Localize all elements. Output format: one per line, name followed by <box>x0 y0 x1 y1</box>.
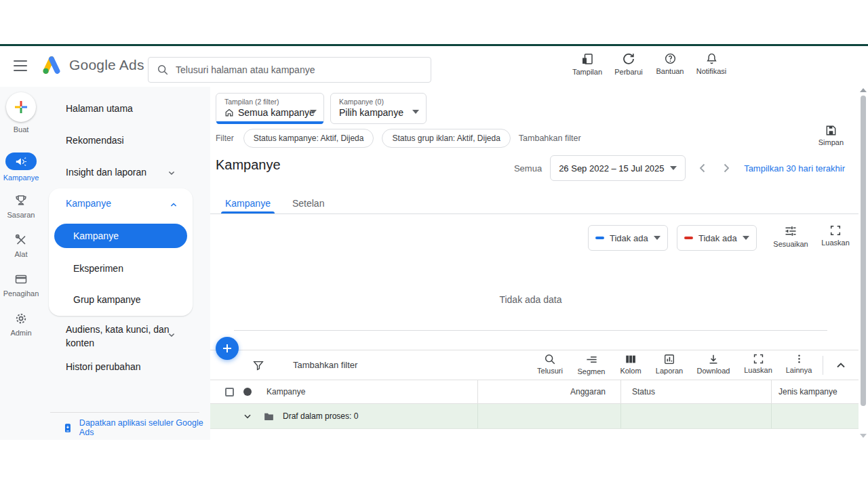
row-label-draft: Draf dalam proses: 0 <box>283 411 358 421</box>
view-button[interactable]: Tampilan <box>568 52 606 76</box>
top-bar: Google Ads Tampilan Perbarui <box>0 46 868 87</box>
segment-icon <box>585 353 598 366</box>
filter-chip-status-grup-iklan[interactable]: Status grup iklan: Aktif, Dijeda <box>382 129 510 148</box>
sidebar-item-eksperimen[interactable]: Eksperimen <box>73 262 123 275</box>
rail-pill <box>5 152 37 170</box>
help-button[interactable]: Bantuan <box>651 52 689 76</box>
column-kampanye[interactable]: Kampanye <box>267 387 305 396</box>
filter-funnel-icon[interactable] <box>252 359 264 371</box>
date-range-value: 26 Sep 2022 – 15 Jul 2025 <box>559 163 664 174</box>
table-columns-button[interactable]: Kolom <box>615 353 646 375</box>
scroll-down-arrow[interactable] <box>860 434 867 438</box>
tab-setelan[interactable]: Setelan <box>283 193 334 214</box>
metric-2-swatch <box>684 237 693 239</box>
chevron-down-icon[interactable] <box>241 410 254 422</box>
nav-rail: Buat Kampanye <box>0 87 42 440</box>
sidebar-item-audiens[interactable]: Audiens, kata kunci, dan konten <box>66 323 182 350</box>
table-expand-button[interactable]: Luaskan <box>740 353 776 375</box>
table-header-row: Kampanye Anggaran Status Jenis kampanye <box>210 380 859 404</box>
brand: Google Ads <box>41 56 144 75</box>
table-segment-button[interactable]: Segmen <box>573 353 610 375</box>
show-last-30-days-link[interactable]: Tampilkan 30 hari terakhir <box>744 163 845 174</box>
expand-chart-label: Luaskan <box>821 239 850 247</box>
campaign-scope-dropdown[interactable]: Kampanye (0) Pilih kampanye <box>330 93 427 124</box>
sidebar-group-kampanye[interactable]: Kampanye <box>66 198 111 209</box>
column-anggaran[interactable]: Anggaran <box>570 387 606 396</box>
table-download-button[interactable]: Download <box>692 353 734 375</box>
caret-down-icon <box>654 236 660 240</box>
tune-icon <box>784 224 797 238</box>
add-campaign-fab[interactable] <box>216 337 239 360</box>
sidebar-item-grup-kampanye[interactable]: Grup kampanye <box>73 293 141 306</box>
create-button[interactable]: Buat <box>0 92 42 134</box>
search-input[interactable] <box>176 64 422 75</box>
tab-bar: Kampanye Setelan <box>210 193 859 214</box>
chevron-down-icon[interactable] <box>166 167 177 178</box>
rail-item-kampanye[interactable]: Kampanye <box>0 152 42 182</box>
rail-item-penagihan[interactable]: Penagihan <box>0 272 42 298</box>
sidebar-item-insight-dan-laporan[interactable]: Insight dan laporan <box>66 165 146 179</box>
notifications-button[interactable]: Notifikasi <box>692 52 730 76</box>
chevron-down-icon[interactable] <box>166 329 177 340</box>
menu-icon[interactable] <box>14 60 27 71</box>
notifications-label: Notifikasi <box>696 67 727 75</box>
table-row-draft[interactable]: Draf dalam proses: 0 <box>210 404 859 429</box>
rail-item-admin[interactable]: Admin <box>0 312 42 337</box>
customize-chart-button[interactable]: Sesuaikan <box>771 224 810 248</box>
metric-2-value: Tidak ada <box>698 233 737 243</box>
top-bar-actions: Tampilan Perbarui Bantuan <box>568 52 730 76</box>
megaphone-icon <box>15 157 27 167</box>
google-ads-logo <box>41 56 62 75</box>
global-search[interactable] <box>148 57 431 83</box>
left-panel: Buat Kampanye <box>0 87 210 440</box>
folder-icon <box>263 411 275 422</box>
chevron-up-icon[interactable] <box>168 199 179 210</box>
tools-icon <box>14 233 28 247</box>
rail-label-admin: Admin <box>10 329 31 337</box>
refresh-icon <box>622 52 635 66</box>
save-button[interactable]: Simpan <box>818 124 844 146</box>
next-period-button[interactable] <box>719 161 733 175</box>
view-label: Tampilan <box>572 68 602 76</box>
expand-chart-button[interactable]: Luaskan <box>818 224 852 247</box>
vertical-scrollbar[interactable] <box>859 87 868 440</box>
date-range-dropdown[interactable]: 26 Sep 2022 – 15 Jul 2025 <box>550 155 686 181</box>
table-more-button[interactable]: Lainnya <box>782 353 816 375</box>
bell-icon <box>705 52 718 65</box>
sidebar-item-kampanye-selected[interactable]: Kampanye <box>54 224 187 248</box>
column-status[interactable]: Status <box>632 387 655 396</box>
table-download-label: Download <box>697 367 730 375</box>
rail-item-sasaran[interactable]: Sasaran <box>0 194 42 219</box>
collapse-table-button[interactable] <box>834 359 848 372</box>
column-jenis-kampanye[interactable]: Jenis kampanye <box>778 387 837 396</box>
previous-period-button[interactable] <box>696 161 709 175</box>
add-filter-button[interactable]: Tambahkan filter <box>519 134 581 143</box>
sidebar-item-histori-perubahan[interactable]: Histori perubahan <box>66 360 141 373</box>
table-add-filter-button[interactable]: Tambahkan filter <box>293 360 357 370</box>
create-fab[interactable] <box>6 92 36 122</box>
select-all-checkbox[interactable] <box>225 388 234 396</box>
save-icon <box>825 124 837 137</box>
table-report-button[interactable]: Laporan <box>652 353 687 375</box>
campaign-table: Tambahkan filter Telusuri Segmen <box>210 350 859 429</box>
metric-2-dropdown[interactable]: Tidak ada <box>677 225 757 251</box>
help-label: Bantuan <box>656 67 684 75</box>
sidebar-item-rekomendasi[interactable]: Rekomendasi <box>66 134 124 147</box>
rail-item-alat[interactable]: Alat <box>0 233 42 258</box>
filter-chip-status-kampanye[interactable]: Status kampanye: Aktif, Dijeda <box>243 129 374 148</box>
mobile-app-link[interactable]: Dapatkan aplikasi seluler Google Ads <box>62 418 210 437</box>
campaign-scope-label: Kampanye (0) <box>339 98 419 106</box>
sidebar-item-halaman-utama[interactable]: Halaman utama <box>66 102 133 115</box>
tab-kampanye[interactable]: Kampanye <box>216 193 280 214</box>
scroll-up-arrow[interactable] <box>860 88 867 92</box>
scrollbar-thumb[interactable] <box>861 96 866 406</box>
filter-bar-label: Filter <box>216 134 234 143</box>
metric-1-swatch <box>595 237 604 239</box>
metric-1-dropdown[interactable]: Tidak ada <box>588 225 668 251</box>
refresh-button[interactable]: Perbarui <box>610 52 648 76</box>
view-scope-label: Tampilan (2 filter) <box>224 98 317 106</box>
table-search-button[interactable]: Telusuri <box>532 353 568 375</box>
plus-icon <box>222 343 233 354</box>
view-scope-dropdown[interactable]: Tampilan (2 filter) Semua kampanye <box>216 93 324 124</box>
date-scope-label: Semua <box>514 163 542 174</box>
